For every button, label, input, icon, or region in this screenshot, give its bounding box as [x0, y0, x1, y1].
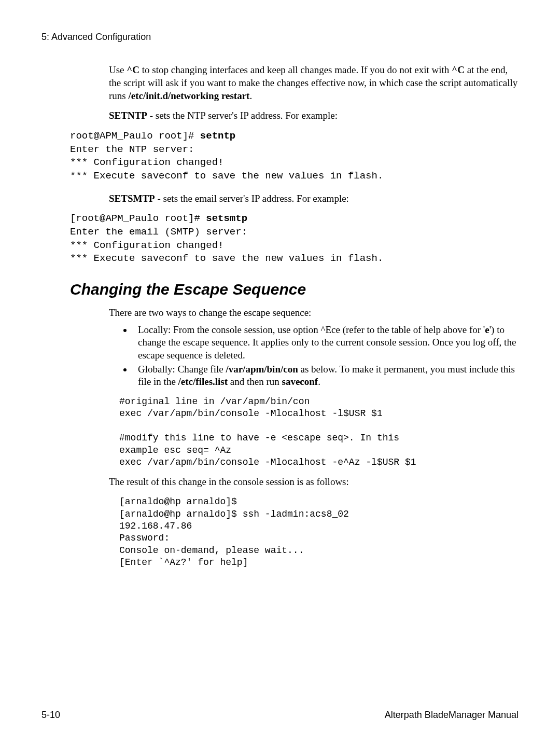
- ctrl-c: ^C: [127, 64, 139, 75]
- ctrl-c: ^C: [452, 64, 465, 75]
- prompt: root@APM_Paulo root]#: [70, 130, 200, 142]
- config-code: #original line in /var/apm/bin/con exec …: [119, 396, 519, 468]
- text: - sets the email server's IP address. Fo…: [155, 193, 349, 204]
- manual-title: Alterpath BladeManager Manual: [385, 709, 519, 721]
- escape-list: Locally: From the console session, use o…: [119, 324, 519, 389]
- escape-intro: There are two ways to change the escape …: [109, 307, 519, 320]
- text: - sets the NTP server's IP address. For …: [147, 110, 338, 121]
- prompt: [root@APM_Paulo root]#: [70, 213, 206, 224]
- path: /etc/init.d/networking restart: [128, 90, 249, 101]
- setntp-label: SETNTP: [109, 110, 147, 121]
- list-item: Locally: From the console session, use o…: [133, 324, 519, 362]
- path: /etc/files.list: [178, 376, 228, 387]
- list-item: Globally: Change file /var/apm/bin/con a…: [133, 363, 519, 389]
- section-heading: Changing the Escape Sequence: [70, 279, 519, 299]
- intro-paragraph: Use ^C to stop changing interfaces and k…: [109, 64, 519, 102]
- setsmtp-desc: SETSMTP - sets the email server's IP add…: [109, 192, 519, 205]
- page-footer: 5-10 Alterpath BladeManager Manual: [41, 709, 519, 721]
- setsmtp-code: [root@APM_Paulo root]# setsmtp Enter the…: [70, 212, 519, 266]
- text: .: [318, 376, 320, 387]
- page-number: 5-10: [41, 709, 60, 721]
- text: Use: [109, 64, 127, 75]
- text: .: [249, 90, 252, 101]
- page-header: 5: Advanced Configuration: [41, 31, 519, 43]
- output: Enter the email (SMTP) server: *** Confi…: [70, 226, 383, 264]
- text: to stop changing interfaces and keep all…: [139, 64, 452, 75]
- text: Globally: Change file: [138, 364, 226, 375]
- setsmtp-label: SETSMTP: [109, 193, 155, 204]
- path: /var/apm/bin/con: [226, 364, 298, 375]
- text: Locally: From the console session, use o…: [138, 324, 485, 335]
- session-code: [arnaldo@hp arnaldo]$ [arnaldo@hp arnald…: [119, 496, 519, 569]
- key-e: e: [485, 324, 489, 335]
- cmd: setsmtp: [206, 213, 247, 224]
- result-intro: The result of this change in the console…: [109, 476, 519, 489]
- cmd: saveconf: [282, 376, 318, 387]
- text: and then run: [228, 376, 282, 387]
- cmd: setntp: [200, 130, 235, 142]
- output: Enter the NTP server: *** Configuration …: [70, 144, 383, 182]
- setntp-code: root@APM_Paulo root]# setntp Enter the N…: [70, 130, 519, 183]
- setntp-desc: SETNTP - sets the NTP server's IP addres…: [109, 109, 519, 122]
